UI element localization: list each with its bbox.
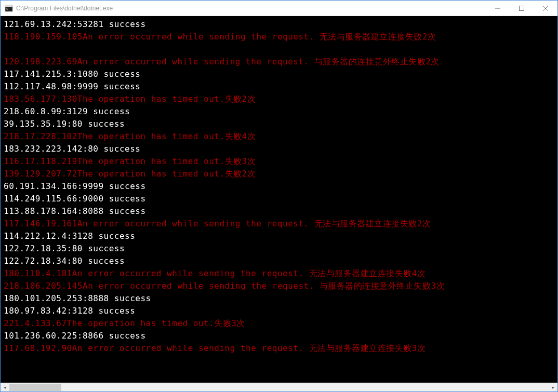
console-line: 139.129.207.72The operation has timed ou… bbox=[4, 168, 554, 180]
console-line: 114.249.115.66:9000 success bbox=[4, 193, 554, 205]
console-line: 101.236.60.225:8866 success bbox=[4, 330, 554, 342]
close-button[interactable] bbox=[534, 1, 557, 16]
console-line: 122.72.18.34:80 success bbox=[4, 255, 554, 267]
console-line: 183.232.223.142:80 success bbox=[4, 143, 554, 155]
console-line: 183.56.177.130The operation has timed ou… bbox=[4, 93, 554, 105]
svg-text:>_: >_ bbox=[6, 7, 11, 11]
console-line: 180.97.83.42:3128 success bbox=[4, 305, 554, 317]
window-title: C:\Program Files\dotnet\dotnet.exe bbox=[16, 5, 486, 12]
scroll-left-arrow[interactable]: ◄ bbox=[1, 383, 9, 392]
horizontal-scrollbar[interactable]: ◄ ► bbox=[1, 383, 557, 391]
console-line: 122.72.18.35:80 success bbox=[4, 242, 554, 255]
console-line: 180.101.205.253:8888 success bbox=[4, 292, 554, 305]
console-line: 180.110.4.181An error occurred while sen… bbox=[4, 267, 554, 280]
scroll-thumb[interactable] bbox=[9, 384, 61, 391]
console-line: 114.212.12.4:3128 success bbox=[4, 230, 554, 242]
console-line: 113.88.178.164:8088 success bbox=[4, 205, 554, 218]
console-line: 218.17.228.102The operation has timed ou… bbox=[4, 130, 554, 143]
titlebar[interactable]: >_ C:\Program Files\dotnet\dotnet.exe bbox=[1, 1, 557, 16]
console-line: 118.190.159.105An error occurred while s… bbox=[4, 31, 554, 43]
console-line: 117.146.19.161An error occurred while se… bbox=[4, 218, 554, 230]
console-line: 60.191.134.166:9999 success bbox=[4, 180, 554, 193]
svg-rect-4 bbox=[520, 6, 524, 10]
svg-rect-1 bbox=[5, 5, 12, 7]
console-line bbox=[4, 43, 554, 56]
console-line: 221.4.133.67The operation has timed out.… bbox=[4, 317, 554, 330]
console-line: 121.69.13.242:53281 success bbox=[4, 18, 554, 31]
console-line: 218.60.8.99:3129 success bbox=[4, 105, 554, 118]
app-icon: >_ bbox=[5, 4, 13, 12]
console-line: 116.17.118.219The operation has timed ou… bbox=[4, 155, 554, 168]
scroll-right-arrow[interactable]: ► bbox=[549, 383, 557, 392]
console-output[interactable]: 121.69.13.242:53281 success118.190.159.1… bbox=[1, 16, 557, 383]
minimize-button[interactable] bbox=[486, 1, 510, 16]
console-line: 120.198.223.69An error occurred while se… bbox=[4, 56, 554, 68]
console-line: 117.68.192.90An error occurred while sen… bbox=[4, 342, 554, 355]
console-line: 218.106.205.145An error occurred while s… bbox=[4, 280, 554, 292]
console-line: 39.135.35.19:80 success bbox=[4, 118, 554, 130]
console-line: 112.117.48.98:9999 success bbox=[4, 80, 554, 93]
maximize-button[interactable] bbox=[510, 1, 534, 16]
console-window: >_ C:\Program Files\dotnet\dotnet.exe 12… bbox=[0, 0, 558, 392]
console-line: 117.141.215.3:1080 success bbox=[4, 68, 554, 80]
window-controls bbox=[486, 1, 557, 16]
